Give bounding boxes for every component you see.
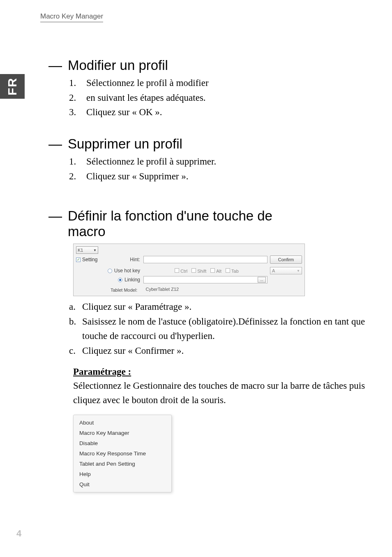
key-combo-value: A (272, 268, 275, 273)
parametrage-block: Paramétrage : Sélectionnez le Gestionnai… (73, 365, 376, 408)
menu-item-disable[interactable]: Disable (74, 438, 171, 448)
list-item: 1. Sélectionnez le profil à supprimer. (69, 154, 376, 169)
page-content: — Modifier un profil 1. Sélectionnez le … (48, 49, 376, 492)
section-delete-title: Supprimer un profil (68, 136, 182, 152)
key-selector-value: K1 (78, 248, 83, 253)
menu-item-tablet-pen[interactable]: Tablet and Pen Setting (74, 459, 171, 469)
shift-label: Shift (197, 269, 206, 274)
alt-label: Alt (216, 269, 221, 274)
hotkey-label: Use hot key (114, 268, 140, 274)
chevron-down-icon: ▼ (297, 269, 300, 273)
menu-item-quit[interactable]: Quit (74, 479, 171, 490)
section-modify-title: Modifier un profil (68, 58, 168, 73)
section-delete-heading: — Supprimer un profil (48, 136, 376, 152)
page-number: 4 (16, 528, 21, 539)
browse-button[interactable]: ... (258, 277, 266, 283)
em-dash-icon: — (48, 58, 62, 73)
step-text: en suivant les étapes adéquates. (86, 91, 206, 105)
list-item: a. Cliquez sur « Paramétrage ». (69, 299, 376, 314)
chevron-down-icon: ▼ (93, 248, 97, 252)
step-number: 2. (69, 91, 81, 105)
menu-item-response-time[interactable]: Macro Key Response Time (74, 448, 171, 459)
section-define-heading: — Définir la fonction d'une touche de ma… (48, 208, 376, 239)
tray-context-menu: About Macro Key Manager Disable Macro Ke… (73, 415, 172, 492)
step-number: 2. (69, 169, 81, 184)
list-item: 3. Cliquez sur « OK ». (69, 105, 376, 120)
tab-label: Tab (231, 269, 239, 274)
hint-input[interactable] (143, 256, 267, 263)
step-text: Saisissez le nom de l'astuce (obligatoir… (82, 314, 376, 343)
language-tab: FR (0, 74, 25, 99)
heading-line1: Définir la fonction d'une touche de (68, 208, 272, 223)
alt-checkbox[interactable] (210, 268, 215, 273)
list-item: 1. Sélectionnez le profil à modifier (69, 76, 376, 91)
linking-radio[interactable] (118, 278, 122, 282)
step-text: Cliquez sur « Supprimer ». (86, 169, 189, 184)
tablet-model-label: Tablet Model: (111, 288, 137, 292)
section-define-title: Définir la fonction d'une touche de macr… (68, 208, 272, 239)
menu-item-manager[interactable]: Macro Key Manager (74, 428, 171, 438)
parametrage-text: Sélectionnez le Gestionnaire des touches… (73, 379, 376, 407)
step-text: Sélectionnez le profil à supprimer. (86, 154, 216, 169)
setting-label: Setting (82, 257, 97, 262)
hint-label: Hint: (102, 257, 143, 262)
key-combo-dropdown[interactable]: A ▼ (270, 267, 302, 274)
linking-path-input[interactable]: ... (143, 276, 267, 283)
setting-checkbox[interactable]: ✓ (76, 258, 81, 262)
step-number: 1. (69, 76, 81, 91)
step-number: b. (69, 314, 78, 343)
menu-item-help[interactable]: Help (74, 469, 171, 479)
step-text: Sélectionnez le profil à modifier (86, 76, 209, 91)
list-item: c. Cliquez sur « Confirmer ». (69, 343, 376, 358)
modifier-keys: Ctrl Shift Alt Tab (143, 268, 270, 274)
step-text: Cliquez sur « Confirmer ». (82, 343, 184, 358)
step-text: Cliquez sur « Paramétrage ». (82, 299, 191, 314)
step-number: a. (69, 299, 78, 314)
list-item: 2. en suivant les étapes adéquates. (69, 91, 376, 105)
heading-line2: macro (68, 224, 106, 239)
hotkey-radio[interactable] (108, 269, 112, 273)
key-selector-dropdown[interactable]: K1 ▼ (76, 246, 98, 254)
confirm-button[interactable]: Confirm (270, 255, 302, 264)
list-item: b. Saisissez le nom de l'astuce (obligat… (69, 314, 376, 343)
step-number: 1. (69, 154, 81, 169)
delete-steps: 1. Sélectionnez le profil à supprimer. 2… (69, 154, 376, 183)
list-item: 2. Cliquez sur « Supprimer ». (69, 169, 376, 184)
ctrl-label: Ctrl (180, 269, 187, 274)
tab-checkbox[interactable] (226, 268, 230, 273)
em-dash-icon: — (48, 136, 62, 152)
em-dash-icon: — (48, 208, 62, 224)
shift-checkbox[interactable] (191, 268, 196, 273)
tablet-model-row: Tablet Model: CyberTablet Z12 (74, 284, 304, 296)
modify-steps: 1. Sélectionnez le profil à modifier 2. … (69, 76, 376, 120)
define-substeps: a. Cliquez sur « Paramétrage ». b. Saisi… (69, 299, 376, 358)
ctrl-checkbox[interactable] (175, 268, 179, 273)
section-modify-heading: — Modifier un profil (48, 58, 376, 73)
tablet-model-value: CyberTablet Z12 (145, 287, 194, 293)
parametrage-title: Paramétrage : (73, 365, 376, 379)
step-number: c. (69, 343, 78, 358)
linking-label: Linking (125, 277, 140, 283)
step-text: Cliquez sur « OK ». (86, 105, 162, 120)
menu-item-about[interactable]: About (74, 418, 171, 428)
macro-settings-screenshot: K1 ▼ ✓ Setting Hint: Confirm Use hot key… (73, 244, 305, 296)
step-number: 3. (69, 105, 81, 120)
doc-header: Macro Key Manager (40, 12, 103, 22)
